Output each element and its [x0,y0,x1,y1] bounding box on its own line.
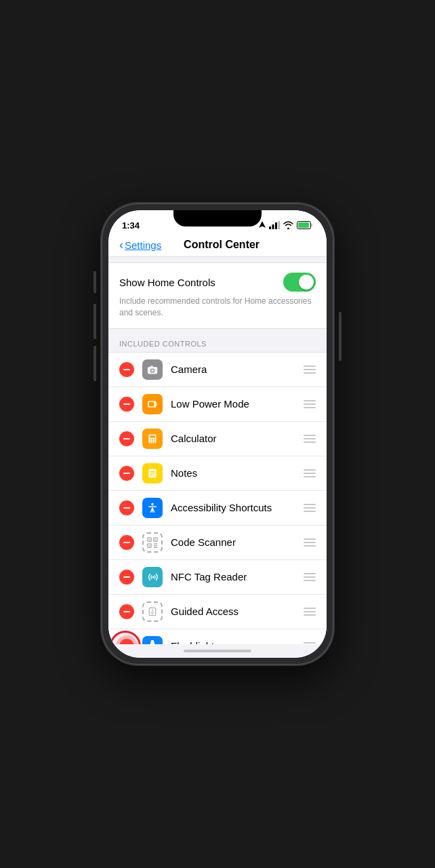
volume-down-button[interactable] [94,346,96,381]
drag-handle[interactable] [304,642,316,644]
remove-notes-button[interactable] [119,466,134,481]
remove-flashlight-button[interactable] [119,639,134,644]
svg-rect-11 [149,401,154,406]
included-controls-header: INCLUDED CONTROLS [108,329,327,352]
scroll-content[interactable]: Show Home Controls Include recommended c… [108,257,327,644]
list-item: Camera [108,353,327,387]
svg-point-24 [151,502,154,505]
svg-point-19 [154,441,155,442]
list-item: Low Power Mode [108,387,327,422]
svg-rect-5 [298,222,309,228]
svg-point-17 [150,441,151,442]
phone-frame: 1:34 [102,203,333,665]
remove-code-scanner-button[interactable] [119,535,134,550]
camera-label: Camera [171,363,304,375]
remove-camera-button[interactable] [119,362,134,377]
list-item: Accessibility Shortcuts [108,491,327,526]
phone-screen: 1:34 [108,210,327,658]
list-item: Notes [108,456,327,491]
flashlight-list-item: Flashlight [108,629,327,644]
back-chevron-icon: ‹ [119,239,123,251]
drag-handle[interactable] [304,573,316,581]
mute-button[interactable] [94,271,96,293]
flashlight-label: Flashlight [171,640,304,644]
svg-point-34 [152,576,154,578]
accessibility-shortcuts-label: Accessibility Shortcuts [171,502,304,513]
code-scanner-label: Code Scanner [171,536,304,548]
toggle-description: Include recommended controls for Home ac… [119,296,316,319]
camera-icon [142,359,163,380]
status-time: 1:34 [122,220,140,231]
toggle-section: Show Home Controls Include recommended c… [108,262,327,329]
list-item: Code Scanner [108,526,327,560]
status-bar: 1:34 [108,210,327,235]
battery-icon [297,221,313,229]
drag-handle[interactable] [304,366,316,374]
svg-point-14 [150,439,151,440]
svg-rect-0 [269,226,271,229]
list-item: Calculator [108,422,327,456]
remove-nfc-button[interactable] [119,570,134,585]
low-power-mode-label: Low Power Mode [171,398,304,410]
svg-point-36 [151,612,153,614]
remove-calculator-button[interactable] [119,431,134,446]
nfc-icon [142,567,163,587]
drag-handle[interactable] [304,400,316,408]
home-indicator[interactable] [184,650,251,652]
show-home-controls-toggle[interactable] [283,273,316,292]
back-button[interactable]: ‹ Settings [119,239,161,251]
svg-rect-13 [150,435,155,437]
accessibility-icon [142,498,163,518]
svg-rect-29 [155,538,157,540]
svg-point-15 [152,439,153,440]
drag-handle[interactable] [304,538,316,547]
volume-up-button[interactable] [94,304,96,339]
list-item: NFC Tag Reader [108,560,327,595]
back-label[interactable]: Settings [125,239,161,251]
calculator-icon [142,429,163,449]
notes-label: Notes [171,467,304,479]
toggle-row: Show Home Controls [119,273,316,292]
svg-rect-9 [150,366,153,367]
ios-screen: 1:34 [108,210,327,658]
drag-handle[interactable] [304,504,316,512]
svg-rect-28 [149,538,150,540]
notes-icon [142,463,163,484]
toggle-knob [299,275,314,290]
svg-rect-1 [272,224,274,229]
flashlight-icon [142,636,163,644]
remove-accessibility-button[interactable] [119,500,134,515]
guided-access-icon [142,601,163,622]
drag-handle[interactable] [304,469,316,477]
home-bar [108,644,327,658]
drag-handle[interactable] [304,435,316,443]
svg-point-18 [152,441,153,442]
notch [173,210,262,226]
calculator-label: Calculator [171,433,304,444]
wifi-icon [283,221,293,229]
status-icons [259,221,313,229]
toggle-label: Show Home Controls [119,277,215,288]
included-controls-list: Camera [108,352,327,644]
power-button[interactable] [339,312,341,361]
remove-low-power-button[interactable] [119,397,134,412]
list-item: Guided Access [108,595,327,629]
drag-handle[interactable] [304,608,316,616]
svg-rect-2 [275,222,277,229]
signal-icon [269,221,280,229]
location-icon [259,221,266,229]
code-scanner-icon [142,532,163,553]
svg-point-16 [154,439,155,440]
low-power-icon [142,394,163,414]
svg-point-8 [151,369,154,372]
guided-access-label: Guided Access [171,606,304,617]
nfc-tag-reader-label: NFC Tag Reader [171,571,304,583]
navigation-bar: ‹ Settings Control Center [108,235,327,257]
svg-rect-30 [149,545,150,546]
page-title: Control Center [161,239,282,251]
svg-rect-3 [278,221,281,229]
remove-guided-access-button[interactable] [119,604,134,619]
